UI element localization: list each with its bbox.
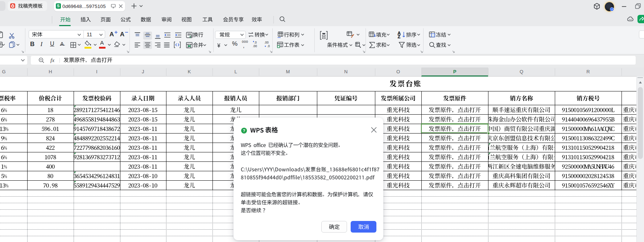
svg-text:Z: Z bbox=[398, 34, 400, 39]
svg-text:.0: .0 bbox=[267, 44, 270, 48]
svg-text:.00: .00 bbox=[253, 44, 257, 48]
svg-text:.00: .00 bbox=[264, 41, 269, 44]
svg-text:.0: .0 bbox=[254, 41, 257, 44]
